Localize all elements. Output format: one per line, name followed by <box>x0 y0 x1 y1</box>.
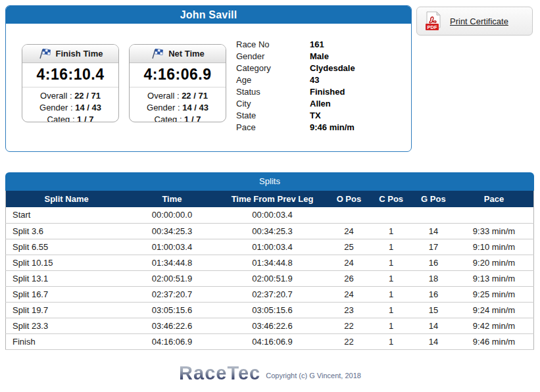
pdf-icon: PDF <box>425 11 442 32</box>
stat-overall: Overall : 22 / 71 <box>22 90 118 102</box>
table-row: Split 19.703:05:15.603:05:15.6231159:24 … <box>6 302 534 318</box>
detail-pace: Pace 9:46 min/m <box>236 122 355 134</box>
table-row: Start00:00:00.000:00:03.4 <box>6 207 534 223</box>
print-certificate-link[interactable]: Print Certificate <box>450 16 508 26</box>
checkered-flag-icon <box>151 48 164 59</box>
net-time-value: 4:16:06.9 <box>130 63 226 87</box>
detail-state: State TX <box>236 110 355 122</box>
finish-time-card-header: Finish Time <box>22 45 118 63</box>
col-time: Time <box>127 191 217 207</box>
table-header-row: Split Name Time Time From Prev Leg O Pos… <box>6 191 534 207</box>
detail-gender: Gender Male <box>236 51 355 62</box>
table-row: Split 23.303:46:22.603:46:22.6221149:42 … <box>6 318 534 333</box>
athlete-panel: John Savill Finish Time 4:16:1 <box>5 5 412 152</box>
col-time-from-prev-leg: Time From Prev Leg <box>217 191 328 207</box>
table-row: Finish04:16:06.904:16:06.9221149:46 min/… <box>6 333 534 349</box>
print-certificate-button[interactable]: PDF Print Certificate <box>416 7 533 36</box>
svg-text:PDF: PDF <box>428 24 437 30</box>
stat-category: Categ : 1 / 7 <box>22 114 118 122</box>
table-row: Split 3.600:34:25.300:34:25.3241149:33 m… <box>6 223 534 239</box>
detail-city: City Allen <box>236 98 355 110</box>
detail-age: Age 43 <box>236 74 355 86</box>
table-row: Split 13.102:00:51.902:00:51.9261189:13 … <box>6 270 534 286</box>
finish-time-card-title: Finish Time <box>56 49 103 59</box>
stat-gender: Gender : 14 / 43 <box>130 102 226 114</box>
net-time-card: Net Time 4:16:06.9 Overall : 22 / 71 Gen… <box>129 44 226 122</box>
detail-status: Status Finished <box>236 86 355 98</box>
col-c-pos: C Pos <box>370 191 412 207</box>
finish-time-stats: Overall : 22 / 71 Gender : 14 / 43 Categ… <box>22 87 118 122</box>
splits-table: Split Name Time Time From Prev Leg O Pos… <box>5 191 534 350</box>
splits-title: Splits <box>5 172 534 191</box>
racetec-logo: RaceTec <box>179 363 260 383</box>
net-time-card-header: Net Time <box>130 45 226 63</box>
col-g-pos: G Pos <box>412 191 454 207</box>
col-pace: Pace <box>454 191 533 207</box>
net-time-card-title: Net Time <box>168 49 205 59</box>
checkered-flag-icon <box>38 48 51 59</box>
table-row: Split 6.5501:00:03.401:00:03.4251179:10 … <box>6 239 534 255</box>
detail-race-no: Race No 161 <box>236 39 355 51</box>
finish-time-card: Finish Time 4:16:10.4 Overall : 22 / 71 … <box>22 44 119 122</box>
table-row: Split 16.702:37:20.702:37:20.7241169:25 … <box>6 286 534 302</box>
stat-overall: Overall : 22 / 71 <box>130 90 226 102</box>
stat-gender: Gender : 14 / 43 <box>22 102 118 114</box>
footer: RaceTec Copyright (c) G Vincent, 2018 <box>0 363 540 383</box>
copyright-text: Copyright (c) G Vincent, 2018 <box>266 372 361 383</box>
splits-panel: Splits Split Name Time Time From Prev Le… <box>5 172 534 350</box>
col-o-pos: O Pos <box>328 191 370 207</box>
detail-category: Category Clydesdale <box>236 62 355 74</box>
racer-details: Race No 161 Gender Male Category Clydesd… <box>236 39 355 134</box>
col-split-name: Split Name <box>6 191 128 207</box>
finish-time-value: 4:16:10.4 <box>22 63 118 87</box>
athlete-name-header: John Savill <box>6 6 411 24</box>
table-row: Split 10.1501:34:44.801:34:44.8241169:20… <box>6 255 534 270</box>
stat-category: Categ : 1 / 7 <box>130 114 226 122</box>
net-time-stats: Overall : 22 / 71 Gender : 14 / 43 Categ… <box>130 87 226 122</box>
